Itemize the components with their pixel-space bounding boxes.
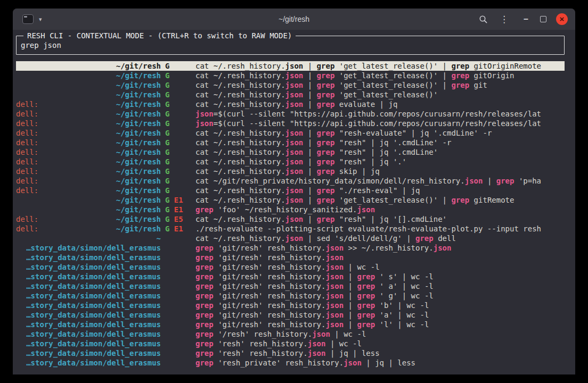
context-cell: dell: ~/git/resh <box>16 99 161 109</box>
new-tab-button[interactable] <box>20 13 36 25</box>
flag-git: G <box>165 186 169 195</box>
command-fragment: | <box>303 62 316 70</box>
command-fragment: | <box>303 167 316 176</box>
history-row[interactable]: …story_data/simon/dell_erasmus grep 'git… <box>16 253 565 262</box>
history-row[interactable]: dell: ~/git/resh G json=$(curl --silent … <box>16 109 565 119</box>
flag-git: G <box>165 138 169 147</box>
command-fragment: | <box>303 148 316 156</box>
command-fragment: 'p=ha <box>514 177 541 185</box>
history-row[interactable]: dell: ~/git/resh G E1 ./resh-evaluate --… <box>16 224 565 234</box>
close-button[interactable]: × <box>556 13 568 25</box>
history-row[interactable]: ~/git/resh G cat ~/.resh_history.json | … <box>16 61 565 71</box>
command-fragment: 'git/resh' resh_history. <box>214 282 326 290</box>
history-row[interactable]: …story_data/simon/dell_erasmus grep 'git… <box>16 320 565 329</box>
history-row[interactable]: …story_data/simon/dell_erasmus grep 'res… <box>16 348 565 358</box>
command-text: grep 'git/resh' resh_history.json >> ~/.… <box>192 243 565 253</box>
history-row[interactable]: dell: ~/git/resh G cat ~/.resh_history.j… <box>16 166 565 176</box>
match-highlight: json <box>325 301 344 310</box>
history-row[interactable]: …story_data/simon/dell_erasmus grep 'git… <box>16 262 565 272</box>
command-fragment: | <box>344 292 357 300</box>
flag-git: G <box>165 100 169 109</box>
match-highlight: json <box>285 215 304 223</box>
history-row[interactable]: ~/git/resh G E1 cat ~/.resh_history.json… <box>16 195 565 205</box>
history-row[interactable]: dell: ~/git/resh G cat ~/.resh_history.j… <box>16 128 565 138</box>
command-fragment: | <box>303 90 316 99</box>
history-row[interactable]: …story_data/simon/dell_erasmus grep 'git… <box>16 281 565 291</box>
restore-button[interactable] <box>538 15 549 23</box>
history-row[interactable]: …story_data/simon/dell_erasmus grep 'res… <box>16 358 565 368</box>
command-fragment: | <box>303 157 316 166</box>
history-row[interactable]: dell: ~/git/resh G cat ~/.resh_history.j… <box>16 186 565 195</box>
match-highlight: json <box>285 234 304 243</box>
command-fragment: | <box>303 186 316 195</box>
history-row[interactable]: …story_data/simon/dell_erasmus grep 'git… <box>16 272 565 281</box>
search-icon <box>479 15 488 24</box>
flags: G <box>161 147 192 157</box>
match-highlight: json <box>285 167 304 176</box>
host-label: dell: <box>16 119 38 128</box>
history-row[interactable]: ~/git/resh G E1 grep 'foo' ~/resh_histor… <box>16 205 565 214</box>
history-row[interactable]: dell: ~/git/resh G cat ~/.resh_history.j… <box>16 138 565 147</box>
history-row[interactable]: …story_data/simon/dell_erasmus grep 'git… <box>16 301 565 310</box>
flags <box>161 339 192 348</box>
history-row[interactable]: dell: ~/git/resh G cat ~/.resh_history.j… <box>16 157 565 166</box>
host-label: dell: <box>16 166 38 176</box>
command-fragment: 'git/resh' resh_history. <box>214 244 326 252</box>
command-fragment: cat ~/.resh_history. <box>195 167 285 176</box>
history-row[interactable]: dell: ~/git/resh G json=$(curl --silent … <box>16 119 565 128</box>
command-fragment: | wc -l <box>344 263 379 271</box>
context-cell: ~/git/resh <box>16 71 161 80</box>
flags: G <box>161 186 192 195</box>
command-fragment: 'get_latest_release()' <box>334 90 438 99</box>
history-row[interactable]: ~/git/resh G cat ~/.resh_history.json | … <box>16 71 565 80</box>
history-row[interactable]: dell: ~/git/resh G E5 cat ~/.resh_histor… <box>16 214 565 224</box>
match-highlight: grep <box>357 292 375 300</box>
close-icon: × <box>560 15 565 23</box>
flag-exit-code: E1 <box>169 196 183 204</box>
history-row[interactable]: …story_data/simon/dell_erasmus grep 'git… <box>16 291 565 301</box>
context-cell: …story_data/simon/dell_erasmus <box>16 358 161 368</box>
command-fragment: | <box>303 100 316 109</box>
history-row[interactable]: ~ cat ~/.resh_history.json | sed 's/dell… <box>16 234 565 243</box>
command-text: grep 'git/resh' resh_history.json | grep… <box>192 320 565 329</box>
history-row[interactable]: …story_data/simon/dell_erasmus grep 'git… <box>16 243 565 253</box>
history-row[interactable]: ~/git/resh G cat ~/.resh_history.json | … <box>16 90 565 99</box>
match-highlight: json <box>325 253 344 262</box>
command-text: grep '/resh' resh_history.json | wc -l <box>192 329 565 339</box>
match-highlight: grep <box>317 100 335 109</box>
context-cell: dell: ~/git/resh <box>16 166 161 176</box>
directory-label: …story_data/simon/dell_erasmus <box>16 320 161 329</box>
match-highlight: grep <box>317 62 335 70</box>
minimize-button[interactable]: – <box>521 14 530 24</box>
flag-git: G <box>165 81 169 89</box>
history-row[interactable]: dell: ~/git/resh G cat ~/.resh_history.j… <box>16 147 565 157</box>
history-row[interactable]: …story_data/simon/dell_erasmus grep '/re… <box>16 329 565 339</box>
match-highlight: grep <box>317 90 335 99</box>
search-button[interactable] <box>477 14 490 25</box>
command-text: grep 'git/resh' resh_history.json | grep… <box>192 310 565 320</box>
directory-label: …story_data/simon/dell_erasmus <box>16 253 161 262</box>
command-text: cat ~/.resh_history.json | grep "resh-ev… <box>192 128 565 138</box>
command-fragment: cat ~/.resh_history. <box>195 196 285 204</box>
flags: G E1 <box>161 205 192 214</box>
history-row[interactable]: ~/git/resh G cat ~/.resh_history.json | … <box>16 80 565 90</box>
titlebar-left-controls: ▾ <box>13 13 44 25</box>
context-cell: …story_data/simon/dell_erasmus <box>16 310 161 320</box>
history-row[interactable]: dell: ~/git/resh G cat ~/git/resh_privat… <box>16 176 565 186</box>
match-highlight: json <box>325 320 344 329</box>
history-row[interactable]: …story_data/simon/dell_erasmus grep 'git… <box>16 310 565 320</box>
match-highlight: grep <box>195 311 214 319</box>
history-row[interactable]: dell: ~/git/resh G cat ~/.resh_history.j… <box>16 99 565 109</box>
command-fragment: 'a' | wc -l <box>375 311 429 319</box>
directory-label: …story_data/simon/dell_erasmus <box>16 301 161 310</box>
directory-label: ~/git/resh <box>16 71 161 80</box>
match-highlight: grep <box>496 177 514 185</box>
command-fragment: ' s' | wc -l <box>375 272 434 281</box>
flags: G <box>161 71 192 80</box>
resh-header-box: RESH CLI - CONTEXTUAL MODE - (CTRL+R to … <box>16 36 565 55</box>
match-highlight: json <box>325 263 344 271</box>
context-cell: dell: ~/git/resh <box>16 186 161 195</box>
menu-button[interactable]: ⋮ <box>497 14 511 25</box>
tab-menu-button[interactable]: ▾ <box>37 15 44 24</box>
history-row[interactable]: …story_data/simon/dell_erasmus grep 'res… <box>16 339 565 348</box>
